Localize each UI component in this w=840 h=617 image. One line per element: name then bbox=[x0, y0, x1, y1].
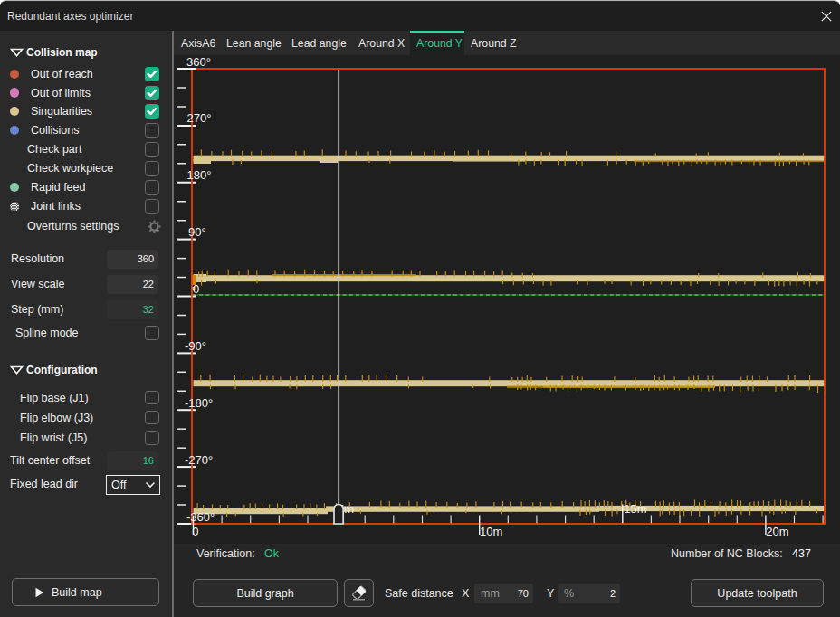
svg-text:20m: 20m bbox=[766, 525, 788, 538]
svg-text:-180°: -180° bbox=[185, 396, 213, 410]
svg-text:-90°: -90° bbox=[185, 339, 206, 353]
svg-text:360°: 360° bbox=[186, 55, 211, 69]
svg-text:-360°: -360° bbox=[186, 510, 215, 524]
svg-text:0: 0 bbox=[193, 282, 199, 296]
svg-text:180°: 180° bbox=[187, 168, 212, 182]
svg-text:0: 0 bbox=[192, 525, 198, 538]
svg-text:90°: 90° bbox=[188, 225, 206, 239]
svg-text:-270°: -270° bbox=[185, 453, 213, 467]
svg-text:10m: 10m bbox=[480, 525, 502, 538]
svg-text:15m: 15m bbox=[624, 502, 646, 516]
svg-text:270°: 270° bbox=[187, 111, 212, 125]
